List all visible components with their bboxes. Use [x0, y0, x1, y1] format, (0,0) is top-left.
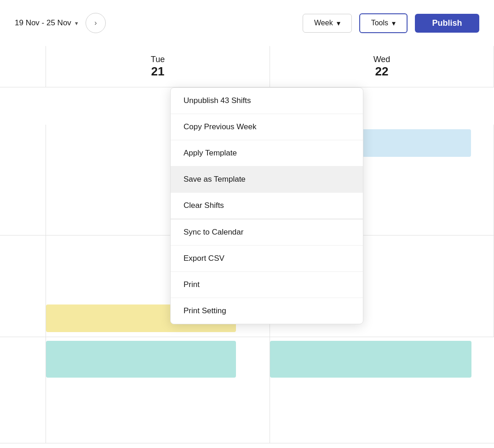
dropdown-item-export-csv[interactable]: Export CSV [171, 246, 363, 272]
tools-chevron-icon: ▾ [392, 19, 396, 28]
tue-day-name: Tue [151, 55, 165, 64]
date-range-chevron-icon: ▾ [75, 20, 78, 27]
calendar-area: Tue 21 Wed 22 Unpublish 43 Shifts Cop [0, 46, 494, 443]
tools-dropdown: Unpublish 43 Shifts Copy Previous Week A… [170, 87, 363, 324]
arrow-right-icon: › [94, 19, 97, 27]
date-range-text: 19 Nov - 25 Nov [15, 18, 71, 28]
date-range-button[interactable]: 19 Nov - 25 Nov ▾ [15, 18, 78, 28]
row3-label-cell [0, 337, 46, 443]
tools-label: Tools [371, 19, 388, 27]
dropdown-item-sync-calendar[interactable]: Sync to Calendar [171, 219, 363, 246]
teal-shift-block-left [46, 341, 236, 378]
tools-button[interactable]: Tools ▾ [359, 13, 408, 33]
dropdown-item-print[interactable]: Print [171, 272, 363, 298]
publish-label: Publish [432, 18, 462, 28]
dropdown-item-apply-template[interactable]: Apply Template [171, 140, 363, 167]
publish-button[interactable]: Publish [415, 14, 479, 33]
wed-day-name: Wed [373, 55, 391, 64]
dropdown-item-save-as-template[interactable]: Save as Template [171, 167, 363, 193]
empty-header-cell [0, 46, 46, 87]
row3-wed-cell[interactable] [270, 337, 494, 443]
row1-label-cell [0, 125, 46, 235]
dropdown-item-unpublish[interactable]: Unpublish 43 Shifts [171, 88, 363, 114]
week-label: Week [314, 19, 333, 27]
tue-day-number: 21 [151, 64, 165, 79]
next-week-button[interactable]: › [86, 13, 106, 33]
teal-shift-block-right [270, 341, 471, 378]
wed-day-number: 22 [375, 64, 389, 79]
dropdown-item-clear-shifts[interactable]: Clear Shifts [171, 193, 363, 219]
tue-header: Tue 21 [46, 46, 270, 87]
dropdown-item-copy-previous-week[interactable]: Copy Previous Week [171, 114, 363, 140]
dropdown-item-print-setting[interactable]: Print Setting [171, 298, 363, 324]
row3-tue-cell[interactable] [46, 337, 270, 443]
week-chevron-icon: ▾ [337, 19, 340, 28]
row2-label-cell [0, 235, 46, 337]
header: 19 Nov - 25 Nov ▾ › Week ▾ Tools ▾ Publi… [0, 0, 494, 46]
week-selector-button[interactable]: Week ▾ [303, 14, 352, 33]
wed-header: Wed 22 [270, 46, 494, 87]
